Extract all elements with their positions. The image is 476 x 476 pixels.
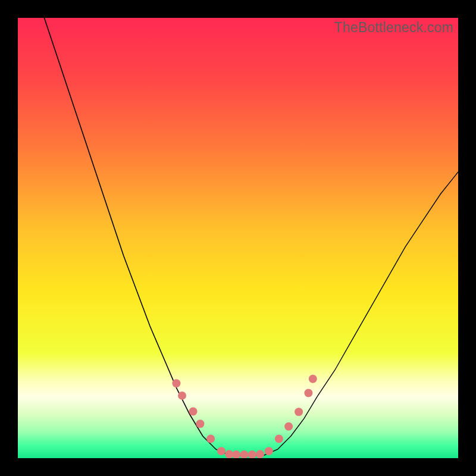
region-marker [309,375,317,383]
region-marker [189,408,198,416]
region-marker [265,447,273,455]
region-marker [172,379,180,387]
region-marker [196,419,204,428]
chart-plot-area: TheBottleneck.com [18,18,458,458]
region-marker [284,422,293,431]
gradient-background [18,18,458,458]
region-marker [275,434,283,443]
region-marker [178,392,186,400]
region-marker [217,447,226,455]
watermark-text: TheBottleneck.com [334,20,453,36]
region-marker [295,408,303,416]
chart-svg [18,18,458,458]
region-marker [206,434,215,443]
region-marker [256,450,264,458]
region-marker [304,389,312,397]
